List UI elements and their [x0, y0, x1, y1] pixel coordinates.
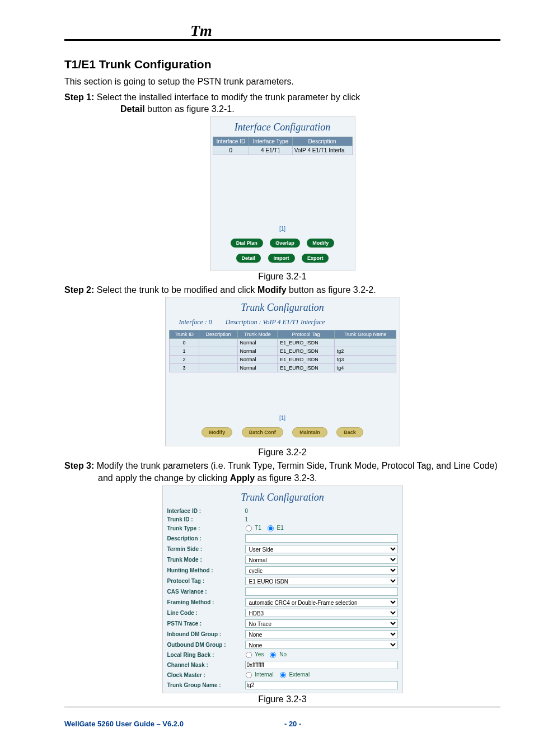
step3-bold: Apply [230, 473, 255, 483]
cell-protocol-tag: E1_EURO_ISDN [278, 339, 335, 347]
cell-trunk-group-name: tg2 [334, 347, 396, 356]
table-row[interactable]: 1NormalE1_EURO_ISDNtg2 [169, 347, 396, 356]
radio-option[interactable]: Internal [245, 671, 274, 678]
shot2-pager[interactable]: [1] [169, 412, 396, 424]
select-input[interactable]: None [245, 630, 398, 638]
select-input[interactable]: E1 EURO ISDN [245, 577, 398, 585]
shot1-pager[interactable]: [1] [213, 222, 353, 235]
text-input[interactable] [245, 534, 398, 543]
form-label: Outbound DM Group : [167, 642, 243, 648]
form-value: Normal [243, 556, 398, 564]
cell-trunk-id: 1 [169, 347, 199, 356]
trunk-config-form-screenshot: Trunk Configuration Interface ID :0Trunk… [162, 486, 403, 693]
form-label: Local Ring Back : [167, 652, 243, 658]
export-button[interactable]: Export [302, 254, 329, 263]
back-button[interactable]: Back [336, 427, 363, 437]
form-row: Trunk Type : T1 E1 [167, 524, 398, 533]
shot1-btn-row2: Detail Import Export [213, 250, 353, 265]
form-label: Interface ID : [167, 508, 243, 514]
interface-config-screenshot: Interface Configuration Interface ID Int… [210, 116, 355, 270]
step3-prefix: Step 3: [64, 461, 94, 470]
radio-option[interactable]: Yes [245, 651, 264, 657]
form-value: cyclic [243, 566, 398, 575]
fig2-caption: Figure 3.2-2 [64, 447, 500, 458]
maintain-button[interactable]: Maintain [292, 427, 327, 437]
batch-conf-button[interactable]: Batch Conf [242, 427, 283, 437]
step1-prefix: Step 1: [64, 92, 94, 102]
step1-text: Select the installed interface to modify… [94, 92, 360, 102]
detail-button[interactable]: Detail [236, 254, 261, 263]
dial-plan-button[interactable]: Dial Plan [231, 239, 263, 248]
modify-button[interactable]: Modify [307, 239, 334, 248]
overlap-button[interactable]: Overlap [270, 239, 300, 248]
radio-option[interactable]: External [279, 671, 310, 678]
form-row: Hunting Method :cyclic [167, 565, 398, 576]
form-label: Protocol Tag : [167, 578, 243, 584]
select-input[interactable]: HDB3 [245, 609, 398, 617]
select-input[interactable]: No Trace [245, 619, 398, 628]
form-row: Line Code :HDB3 [167, 608, 398, 618]
shot1-btn-row1: Dial Plan Overlap Modify [213, 235, 353, 250]
form-label: Inbound DM Group : [167, 631, 243, 637]
cell-interface-id: 0 [213, 146, 249, 155]
cell-trunk-desc [199, 339, 237, 347]
page-logo: Tm [190, 22, 212, 40]
form-row: Description : [167, 533, 398, 544]
fig3-caption: Figure 3.2-3 [64, 694, 500, 704]
shot2-title: Trunk Configuration [169, 300, 396, 317]
page-container: Tm T1/E1 Trunk Configuration This sectio… [0, 0, 534, 750]
cell-description: VoIP 4 E1/T1 Interfa [292, 146, 352, 155]
cell-trunk-mode: Normal [237, 364, 278, 372]
cell-trunk-group-name [334, 339, 396, 347]
shot3-title: Trunk Configuration [167, 489, 398, 507]
th-trunk-group-name: Trunk Group Name [334, 330, 396, 339]
step1-tail: button as figure 3.2-1. [145, 104, 235, 114]
table-row[interactable]: 0NormalE1_EURO_ISDN [169, 339, 396, 347]
table-row[interactable]: 3NormalE1_EURO_ISDNtg4 [169, 364, 396, 372]
form-row: Protocol Tag :E1 EURO ISDN [167, 576, 398, 586]
trunk-table: Trunk ID Description Trunk Mode Protocol… [169, 330, 396, 372]
select-input[interactable]: Normal [245, 556, 398, 564]
select-input[interactable]: User Side [245, 545, 398, 553]
bottom-rule [64, 707, 500, 707]
radio-option[interactable]: E1 [267, 525, 284, 531]
table-row[interactable]: 2NormalE1_EURO_ISDNtg3 [169, 356, 396, 364]
cell-trunk-id: 0 [169, 339, 199, 347]
form-label: Trunk Type : [167, 525, 243, 531]
cell-trunk-id: 2 [169, 356, 199, 364]
cell-trunk-id: 3 [169, 364, 199, 372]
step1-bold: Detail [120, 104, 145, 114]
form-label: Line Code : [167, 610, 243, 616]
form-label: Trunk Mode : [167, 557, 243, 563]
table-row[interactable]: 0 4 E1/T1 VoIP 4 E1/T1 Interfa [213, 146, 352, 155]
modify-button[interactable]: Modify [202, 427, 232, 437]
shot2-sub-right: Description : VoIP 4 E1/T1 Interface [226, 318, 325, 326]
form-label: Description : [167, 535, 243, 542]
form-value: HDB3 [243, 609, 398, 617]
radio-option[interactable]: No [269, 651, 287, 657]
shot2-sub-left: Interface : 0 [179, 318, 212, 326]
cell-trunk-group-name: tg4 [334, 364, 396, 372]
cell-interface-type: 4 E1/T1 [249, 146, 292, 155]
text-input[interactable] [245, 681, 398, 689]
form-value: 0 [243, 508, 398, 514]
th-trunk-id: Trunk ID [169, 330, 199, 339]
select-input[interactable]: cyclic [245, 566, 398, 575]
text-input[interactable] [245, 587, 398, 596]
select-input[interactable]: None [245, 641, 398, 649]
form-label: Hunting Method : [167, 567, 243, 573]
cell-trunk-mode: Normal [237, 347, 278, 356]
select-input[interactable]: automatic CRC4 or Double-Frame selection [245, 598, 398, 606]
th-protocol-tag: Protocol Tag [278, 330, 335, 339]
form-label: Clock Master : [167, 672, 243, 678]
intro-text: This section is going to setup the PSTN … [64, 76, 500, 88]
import-button[interactable]: Import [268, 254, 295, 263]
form-value [243, 661, 398, 669]
form-value [243, 587, 398, 596]
form-row: PSTN Trace :No Trace [167, 618, 398, 629]
radio-option[interactable]: T1 [245, 525, 261, 531]
section-title: T1/E1 Trunk Configuration [64, 58, 500, 71]
step3-tail: as figure 3.2-3. [255, 473, 317, 483]
form-row: Interface ID :0 [167, 507, 398, 515]
text-input[interactable] [245, 661, 398, 669]
